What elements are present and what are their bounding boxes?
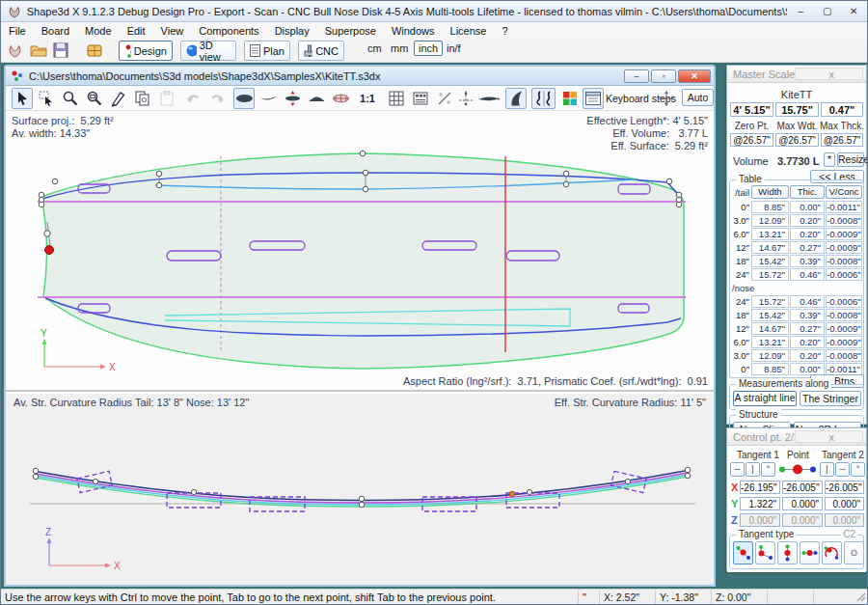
x-tangent1-field[interactable]: -26.195" bbox=[740, 481, 780, 494]
stringer-button[interactable]: The Stringer bbox=[800, 391, 861, 406]
paste-icon[interactable] bbox=[156, 88, 177, 109]
cell-width[interactable]: 8.85" bbox=[751, 363, 789, 375]
cell-vconc[interactable]: -0.0006" bbox=[826, 295, 862, 308]
cell-width[interactable]: 15.42" bbox=[751, 309, 789, 321]
doc-restore-button[interactable]: ▫ bbox=[651, 69, 676, 83]
max-wdt-at-field[interactable]: @26.57" bbox=[775, 133, 819, 147]
t2-angle-button[interactable]: ° bbox=[851, 462, 865, 477]
new-board-icon[interactable] bbox=[7, 42, 23, 63]
cell-vconc[interactable]: -0.0008" bbox=[826, 214, 862, 227]
t1-angle-button[interactable]: ° bbox=[761, 462, 775, 477]
cell-width[interactable]: 13.21" bbox=[751, 228, 789, 240]
minimize-button[interactable]: – bbox=[787, 4, 814, 19]
cell-vconc[interactable]: -0.0009" bbox=[826, 228, 862, 240]
cell-thickness[interactable]: 0.39" bbox=[790, 309, 825, 321]
close-icon[interactable]: x bbox=[795, 430, 864, 443]
document-titlebar[interactable]: C:\Users\thoma\Documents\S3d models\Shap… bbox=[6, 67, 714, 86]
tangent-type-arc[interactable] bbox=[822, 541, 842, 564]
zero-at-field[interactable]: @26.57" bbox=[730, 133, 773, 147]
slices-view-icon[interactable] bbox=[330, 88, 351, 109]
menu-display[interactable]: Display bbox=[267, 25, 317, 37]
y-point-field[interactable]: 0.000" bbox=[782, 497, 823, 510]
plan-button[interactable]: Plan bbox=[244, 41, 290, 61]
grid-icon[interactable] bbox=[386, 88, 407, 109]
side-profile-icon[interactable] bbox=[476, 88, 502, 109]
y-tangent1-field[interactable]: 1.322" bbox=[740, 497, 780, 510]
close-button[interactable]: ✕ bbox=[840, 4, 867, 19]
cell-thickness[interactable]: 0.27" bbox=[790, 241, 825, 254]
close-icon[interactable]: x bbox=[795, 68, 864, 80]
cell-width[interactable]: 12.09" bbox=[751, 214, 789, 227]
cell-thickness[interactable]: 0.20" bbox=[790, 349, 825, 362]
cnc-button[interactable]: CNC bbox=[298, 41, 344, 61]
maximize-button[interactable]: ▢ bbox=[814, 4, 841, 19]
copy-icon[interactable] bbox=[132, 88, 153, 109]
select-icon[interactable] bbox=[12, 88, 33, 109]
cell-vconc[interactable]: -0.0008" bbox=[826, 349, 862, 362]
menu-mode[interactable]: Mode bbox=[77, 25, 120, 37]
redo-icon[interactable] bbox=[206, 88, 228, 109]
design-button[interactable]: Design bbox=[119, 41, 173, 61]
zoom-window-icon[interactable] bbox=[84, 88, 105, 109]
width-field[interactable]: 15.75" bbox=[775, 102, 819, 117]
cell-thickness[interactable]: 0.00" bbox=[790, 201, 825, 213]
t2-vertical-button[interactable]: | bbox=[820, 462, 834, 477]
tangent-type-diagonal[interactable] bbox=[733, 541, 753, 564]
auto-button[interactable]: Auto bbox=[682, 89, 714, 106]
unit-inch[interactable]: inch bbox=[414, 41, 443, 56]
board-dimensions-icon[interactable] bbox=[86, 42, 103, 63]
cell-width[interactable]: 14.67" bbox=[751, 322, 789, 335]
fin-icon[interactable] bbox=[505, 88, 527, 109]
cell-vconc[interactable]: -0.0009" bbox=[826, 336, 862, 348]
tangent-type-vertical[interactable] bbox=[777, 541, 798, 564]
tangent-type-point-only[interactable] bbox=[844, 541, 864, 564]
star-button[interactable]: * bbox=[824, 152, 835, 167]
scale-1-1-icon[interactable]: 1:1 bbox=[355, 88, 380, 109]
tangent-type-horizontal[interactable] bbox=[800, 541, 820, 564]
cell-thickness[interactable]: 0.20" bbox=[790, 228, 825, 240]
properties-panel-icon[interactable] bbox=[583, 88, 604, 109]
cell-width[interactable]: 12.09" bbox=[751, 349, 789, 362]
z-point-field[interactable]: 0.000" bbox=[782, 513, 823, 527]
menu-superpose[interactable]: Superpose bbox=[317, 25, 384, 37]
menu-edit[interactable]: Edit bbox=[120, 25, 153, 37]
deck-view-icon[interactable] bbox=[306, 88, 327, 109]
cell-thickness[interactable]: 0.46" bbox=[790, 268, 825, 281]
outline-view-icon[interactable] bbox=[233, 88, 255, 109]
unit-cm[interactable]: cm bbox=[367, 42, 382, 54]
thickness-field[interactable]: 0.47" bbox=[821, 102, 863, 117]
thickness-view-icon[interactable] bbox=[282, 88, 303, 109]
3d-view-button[interactable]: 3D view bbox=[180, 41, 236, 61]
menu-components[interactable]: Components bbox=[191, 25, 266, 37]
outline-canvas[interactable]: Y X bbox=[6, 111, 714, 392]
selected-control-point[interactable] bbox=[45, 246, 54, 255]
t1-free-button[interactable]: -- bbox=[730, 462, 745, 477]
undo-icon[interactable] bbox=[183, 88, 204, 109]
max-thck-at-field[interactable]: @26.57" bbox=[821, 133, 863, 147]
control-pt-titlebar[interactable]: Control pt. 2/2 (Fish tail/nose-... x bbox=[727, 428, 866, 446]
save-icon[interactable] bbox=[53, 42, 68, 62]
freehand-icon[interactable] bbox=[108, 88, 129, 109]
unit-in-f[interactable]: in/f bbox=[447, 42, 461, 54]
cell-thickness[interactable]: 0.39" bbox=[790, 255, 825, 267]
menu-file[interactable]: File bbox=[1, 25, 34, 37]
straight-line-button[interactable]: A straight line bbox=[733, 391, 797, 406]
menu-view[interactable]: View bbox=[153, 25, 192, 37]
spec-sheet-icon[interactable] bbox=[410, 88, 431, 109]
cell-width[interactable]: 14.67" bbox=[751, 241, 789, 254]
menu-windows[interactable]: Windows bbox=[384, 25, 443, 37]
rocker-view-icon[interactable] bbox=[258, 88, 279, 109]
cell-vconc[interactable]: -0.0011" bbox=[826, 201, 862, 213]
move-steps-icon[interactable] bbox=[658, 88, 675, 109]
guides-diagonal-icon[interactable] bbox=[434, 88, 455, 109]
profile-canvas[interactable]: Z X bbox=[6, 394, 714, 585]
cell-vconc[interactable]: -0.0006" bbox=[826, 268, 862, 281]
cell-thickness[interactable]: 0.46" bbox=[790, 295, 825, 308]
cell-vconc[interactable]: -0.0009" bbox=[826, 241, 862, 254]
t1-vertical-button[interactable]: | bbox=[746, 462, 760, 477]
menu-help[interactable]: ? bbox=[494, 25, 515, 37]
col-header-width[interactable]: Width bbox=[751, 185, 789, 199]
tangent-type-broken[interactable] bbox=[755, 541, 775, 564]
cell-width[interactable]: 8.85" bbox=[751, 201, 789, 213]
cell-width[interactable]: 13.21" bbox=[751, 336, 789, 348]
